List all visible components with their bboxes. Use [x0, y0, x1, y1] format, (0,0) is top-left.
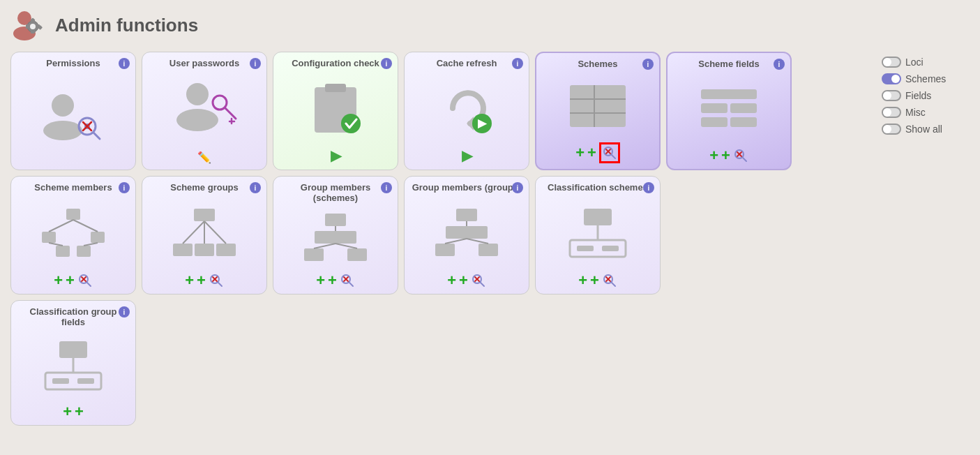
cgf-icon-area: [17, 330, 130, 401]
scheme-groups-icon: [169, 202, 239, 264]
svg-rect-40: [701, 103, 728, 113]
pencil-edit-icon[interactable]: ✏️: [197, 151, 211, 164]
plus-cgf-1[interactable]: +: [63, 404, 72, 419]
cgf-actions: + +: [63, 404, 84, 419]
config-check-icon-area: [279, 71, 392, 144]
plus-sm-2[interactable]: +: [66, 273, 75, 288]
plus-cs-1[interactable]: +: [578, 273, 587, 288]
card-title-gms: Group members (schemes): [279, 182, 392, 203]
sidebar-item-fields[interactable]: Fields: [879, 89, 970, 103]
plus-cs-2[interactable]: +: [590, 273, 599, 288]
svg-line-56: [84, 243, 98, 246]
plus-gms-2[interactable]: +: [328, 273, 337, 288]
row-1: Permissions i: [10, 52, 870, 170]
card-title-cache-refresh: Cache refresh: [410, 58, 523, 68]
svg-rect-42: [701, 117, 728, 127]
sidebar-label-misc: Misc: [905, 107, 926, 118]
sidebar-item-loci[interactable]: Loci: [879, 55, 970, 69]
svg-rect-105: [52, 378, 69, 384]
info-badge-gms: i: [381, 182, 392, 193]
config-check-actions: ▶: [331, 147, 341, 164]
search-edit-highlighted[interactable]: [599, 142, 620, 163]
info-badge-sg: i: [250, 182, 261, 193]
info-badge-cs: i: [643, 182, 654, 193]
sidebar-item-misc[interactable]: Misc: [879, 105, 970, 119]
search-x-sf-icon[interactable]: [733, 148, 748, 163]
cache-refresh-actions: ▶: [462, 147, 472, 164]
toggle-schemes[interactable]: [882, 73, 901, 84]
card-scheme-groups[interactable]: Scheme groups i: [142, 176, 267, 294]
schemes-icon-area: [542, 72, 654, 140]
svg-rect-103: [59, 341, 87, 358]
svg-line-69: [218, 282, 222, 286]
svg-rect-49: [42, 232, 56, 243]
plus-sf-1[interactable]: +: [709, 148, 718, 163]
toggle-fields[interactable]: [882, 90, 901, 101]
sidebar-item-show-all[interactable]: Show all: [879, 122, 970, 136]
svg-line-58: [86, 282, 91, 286]
card-classification-schemes[interactable]: Classification schemes i + +: [535, 176, 661, 294]
search-x-gms-icon[interactable]: [340, 273, 355, 288]
card-configuration-check[interactable]: Configuration check i ▶: [273, 52, 398, 170]
card-classification-group-fields[interactable]: Classification group fields i +: [10, 300, 136, 426]
gmg-icon: [432, 202, 502, 264]
toggle-misc[interactable]: [882, 107, 901, 118]
user-passwords-icon-area: [148, 71, 261, 148]
cgf-icon: [38, 334, 108, 397]
card-scheme-members[interactable]: Scheme members i: [10, 176, 136, 294]
card-cache-refresh[interactable]: Cache refresh i ▶ ▶: [404, 52, 529, 170]
plus-sgg-2[interactable]: +: [197, 273, 206, 288]
plus-gms-1[interactable]: +: [316, 273, 325, 288]
plus-gmg-2[interactable]: +: [459, 273, 468, 288]
search-x-cs-icon[interactable]: [602, 273, 617, 288]
gmg-icon-area: [410, 195, 523, 270]
arrow-right-icon[interactable]: ▶: [331, 147, 341, 164]
cs-icon-area: [541, 195, 654, 270]
page-title: Admin functions: [55, 15, 198, 36]
svg-rect-62: [173, 244, 193, 256]
svg-point-10: [52, 94, 74, 117]
plus-icon-1[interactable]: +: [575, 145, 585, 161]
info-badge-sm: i: [119, 182, 130, 193]
toggle-show-all[interactable]: [882, 124, 901, 135]
scheme-members-icon: [38, 202, 108, 264]
svg-rect-6: [26, 24, 30, 29]
svg-rect-72: [325, 214, 346, 226]
card-group-members-groups[interactable]: Group members (groups) i: [404, 176, 529, 294]
row-2: Scheme members i: [10, 176, 870, 294]
info-badge-s: i: [642, 59, 654, 70]
toggle-loci[interactable]: [882, 57, 901, 68]
sidebar-item-schemes[interactable]: Schemes: [879, 72, 970, 86]
sidebar-label-show-all: Show all: [905, 124, 942, 135]
card-scheme-fields[interactable]: Scheme fields i +: [666, 52, 792, 170]
plus-cgf-2[interactable]: +: [75, 404, 84, 419]
permissions-icon: [38, 87, 108, 149]
plus-sgg-1[interactable]: +: [185, 273, 194, 288]
card-user-passwords[interactable]: User passwords i: [142, 52, 267, 170]
plus-sf-2[interactable]: +: [721, 148, 730, 163]
svg-line-65: [183, 221, 204, 244]
header: Admin functions: [10, 7, 970, 43]
info-badge: i: [119, 58, 130, 69]
card-permissions[interactable]: Permissions i: [10, 52, 136, 170]
info-badge-cc: i: [381, 58, 392, 69]
scheme-members-icon-area: [17, 195, 130, 270]
svg-rect-74: [347, 248, 367, 261]
arrow-right-icon2[interactable]: ▶: [462, 147, 472, 164]
svg-rect-85: [478, 244, 498, 256]
search-x-sm-icon[interactable]: [77, 273, 93, 288]
svg-rect-84: [435, 244, 455, 256]
plus-gmg-1[interactable]: +: [447, 273, 456, 288]
plus-sm-1[interactable]: +: [54, 273, 63, 288]
search-x-gmg-icon[interactable]: [471, 273, 486, 288]
card-group-members-schemes[interactable]: Group members (schemes) i: [273, 176, 398, 294]
cache-refresh-icon: ▶: [432, 77, 502, 140]
search-x-sgg-icon[interactable]: [209, 273, 224, 288]
svg-rect-63: [195, 244, 214, 256]
svg-rect-83: [456, 209, 477, 221]
user-passwords-actions: ✏️: [197, 151, 211, 164]
search-x-icon: [602, 145, 617, 161]
card-schemes[interactable]: Schemes i + +: [535, 52, 661, 170]
plus-icon-2[interactable]: +: [587, 145, 596, 161]
svg-rect-96: [577, 246, 594, 251]
